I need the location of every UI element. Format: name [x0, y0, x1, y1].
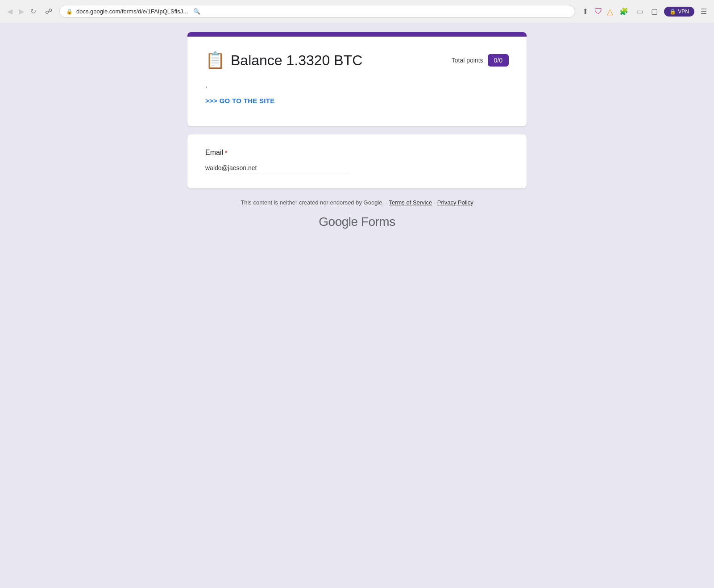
total-points-section: Total points 0/0: [452, 54, 509, 67]
address-bar[interactable]: 🔒 docs.google.com/forms/d/e/1FAIpQLSfisJ…: [59, 5, 575, 18]
google-forms-logo: Google Forms: [241, 215, 473, 229]
reload-button[interactable]: ↻: [29, 5, 38, 17]
browser-actions: ⬆ 🛡 △ 🧩 ▭ ▢ 🔒 VPN ☰: [581, 6, 709, 17]
browser-chrome: ◀ ▶ ↻ ☍ 🔒 docs.google.com/forms/d/e/1FAI…: [0, 0, 714, 23]
terms-of-service-link[interactable]: Terms of Service: [389, 199, 432, 206]
footer-dash: -: [434, 199, 436, 206]
form-title: Balance 1.3320 BTC: [231, 52, 362, 69]
email-label: Email *: [205, 149, 509, 157]
privacy-policy-link[interactable]: Privacy Policy: [437, 199, 473, 206]
form-card-header-bar: [187, 32, 527, 37]
form-title-row: 📋 Balance 1.3320 BTC Total points 0/0: [205, 51, 509, 70]
email-input-wrapper: waldo@jaeson.net: [205, 164, 348, 174]
disclaimer-text: This content is neither created nor endo…: [241, 199, 387, 206]
page-content: 📋 Balance 1.3320 BTC Total points 0/0 . …: [0, 23, 714, 588]
extensions-button[interactable]: 🧩: [618, 6, 630, 17]
bookmark-button[interactable]: ☍: [43, 6, 54, 17]
book-emoji: 📋: [205, 51, 225, 70]
go-to-site-link[interactable]: >>> GO TO THE SITE: [205, 97, 275, 104]
sidebar-button[interactable]: ▭: [635, 6, 645, 17]
forms-word: Forms: [361, 215, 395, 229]
email-card: Email * waldo@jaeson.net: [187, 134, 527, 188]
form-card-body: 📋 Balance 1.3320 BTC Total points 0/0 . …: [187, 37, 527, 126]
email-label-text: Email: [205, 149, 223, 157]
brave-shield-icon: 🛡: [594, 7, 602, 16]
back-button[interactable]: ◀: [5, 5, 14, 17]
form-card: 📋 Balance 1.3320 BTC Total points 0/0 . …: [187, 32, 527, 126]
wallet-button[interactable]: ▢: [649, 6, 660, 17]
vpn-label: VPN: [678, 8, 689, 15]
dot-separator: .: [205, 80, 509, 90]
form-title-left: 📋 Balance 1.3320 BTC: [205, 51, 362, 70]
brave-rewards-icon: △: [607, 7, 613, 17]
required-star: *: [225, 149, 227, 156]
forward-button[interactable]: ▶: [17, 5, 26, 17]
vpn-button[interactable]: 🔒 VPN: [664, 7, 694, 17]
lock-icon: 🔒: [66, 8, 73, 15]
vpn-icon: 🔒: [669, 8, 676, 15]
points-badge: 0/0: [488, 54, 509, 67]
url-text: docs.google.com/forms/d/e/1FAIpQLSfisJ..…: [76, 8, 188, 15]
email-value: waldo@jaeson.net: [205, 164, 257, 171]
footer: This content is neither created nor endo…: [241, 188, 473, 236]
nav-buttons: ◀ ▶ ↻: [5, 5, 38, 17]
footer-disclaimer: This content is neither created nor endo…: [241, 199, 473, 206]
share-button[interactable]: ⬆: [581, 6, 590, 17]
total-points-label: Total points: [452, 57, 483, 64]
menu-button[interactable]: ☰: [699, 6, 709, 17]
zoom-icon: 🔍: [193, 8, 200, 15]
google-word: Google: [319, 215, 357, 229]
